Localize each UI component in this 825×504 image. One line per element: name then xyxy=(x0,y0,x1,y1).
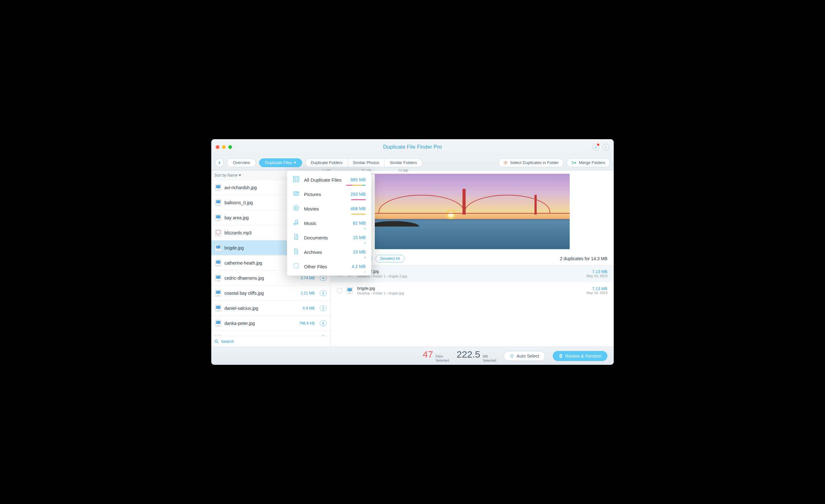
category-icon xyxy=(293,204,300,213)
file-size-label: 796.8 KB xyxy=(299,321,315,326)
dropdown-item[interactable]: Movies468 MB xyxy=(287,201,371,216)
tab-size-label: 73 MB xyxy=(398,169,408,172)
dropdown-size: 23 MB xyxy=(353,249,366,255)
duplicate-count-badge: 2 xyxy=(320,306,327,311)
file-row[interactable]: different places.jpg3.54 MB2 xyxy=(211,331,330,336)
duplicate-name: brigde.jpg xyxy=(357,286,582,290)
footer-auto-select-button[interactable]: Auto Select xyxy=(504,351,545,361)
file-row[interactable]: daniel-salcius.jpg6.8 MB2 xyxy=(211,301,330,316)
dropdown-item[interactable]: Documents15 MB xyxy=(287,230,371,245)
svg-point-12 xyxy=(297,223,298,224)
overview-button[interactable]: Overview xyxy=(227,158,256,167)
content: Sort by Name avi-richardsh.jpgballoons_0… xyxy=(211,171,614,347)
file-row[interactable]: danka-peter.jpg796.8 KB6 xyxy=(211,316,330,331)
stat-number: 222.5 xyxy=(456,349,480,360)
svg-point-10 xyxy=(294,205,299,211)
select-duplicates-in-folder-button[interactable]: Select Duplicates in Folder xyxy=(499,158,564,167)
svg-point-1 xyxy=(505,162,506,163)
chevron-down-icon xyxy=(294,162,296,164)
stat-number: 47 xyxy=(423,349,433,360)
duplicate-row[interactable]: brigde.jpgDesktop › Folder 1 › brigde.jp… xyxy=(331,282,614,299)
dropdown-size: 885 MB xyxy=(351,177,366,182)
file-row[interactable]: coastal bay cliffs.jpg2.21 MB3 xyxy=(211,285,330,301)
dropdown-item[interactable]: Music82 MB xyxy=(287,216,371,230)
category-icon xyxy=(293,176,300,184)
trash-icon xyxy=(559,354,563,358)
duplicate-files-dropdown[interactable]: Duplicate Files xyxy=(259,158,302,167)
file-thumbnail xyxy=(215,260,221,266)
svg-rect-5 xyxy=(293,180,296,182)
stat-label: FilesSelected xyxy=(436,354,449,362)
review-remove-button[interactable]: Review & Remove xyxy=(553,351,607,361)
dropdown-label: All Duplicate Files xyxy=(304,177,346,183)
svg-rect-13 xyxy=(294,264,298,268)
minimize-window-button[interactable] xyxy=(222,145,226,149)
file-thumbnail xyxy=(215,229,221,236)
dropdown-label: Other Files xyxy=(304,264,348,269)
file-thumbnail xyxy=(215,184,221,191)
tab-similar-folders[interactable]: Similar Folders 73 MB xyxy=(384,158,422,167)
dropdown-label: Documents xyxy=(304,235,349,240)
search-input[interactable] xyxy=(221,339,327,344)
merge-icon xyxy=(571,161,576,165)
tab-label: Duplicate Folders xyxy=(311,160,343,165)
category-icon xyxy=(293,262,300,270)
duplicate-files-label: Duplicate Files xyxy=(265,160,292,165)
dropdown-label: Pictures xyxy=(304,192,346,197)
tab-duplicate-folders[interactable]: Duplicate Folders 5 MB xyxy=(305,158,348,167)
duplicate-date: May 16, 2019 xyxy=(586,274,607,278)
search-bar xyxy=(211,336,330,347)
svg-point-11 xyxy=(294,224,296,225)
file-thumbnail xyxy=(215,335,221,336)
file-thumbnail xyxy=(215,305,221,312)
target-icon xyxy=(503,161,508,165)
duplicate-size: 7.13 MB xyxy=(586,286,607,291)
dropdown-size: 293 MB xyxy=(351,192,366,197)
dropdown-size: 468 MB xyxy=(351,206,366,211)
duplicate-size: 7.13 MB xyxy=(586,269,607,274)
svg-rect-3 xyxy=(293,176,296,178)
tab-label: Similar Folders xyxy=(389,160,417,165)
files-selected-stat: 47 FilesSelected xyxy=(423,349,449,362)
maximize-window-button[interactable] xyxy=(228,145,232,149)
file-thumbnail xyxy=(215,199,221,206)
deselect-all-button[interactable]: Deselect All xyxy=(375,255,405,262)
info-icon[interactable]: i xyxy=(602,144,609,151)
file-thumbnail xyxy=(215,320,221,327)
tab-similar-photos[interactable]: Similar Photos 35 MB xyxy=(348,158,385,167)
duplicate-checkbox[interactable] xyxy=(337,288,342,293)
window-controls xyxy=(216,145,232,149)
svg-point-2 xyxy=(215,340,218,342)
radar-icon[interactable] xyxy=(592,144,599,151)
svg-point-8 xyxy=(295,193,297,195)
sort-label: Sort by Name xyxy=(214,173,237,177)
button-label: Auto Select xyxy=(517,353,539,358)
file-type-dropdown: All Duplicate Files885 MBPictures293 MBM… xyxy=(287,171,371,275)
duplicate-count-badge: 6 xyxy=(320,321,327,326)
duplicates-list: brigde-2.jpgDesktop › Folder 1 › brigde-… xyxy=(331,265,614,347)
back-button[interactable] xyxy=(215,158,224,167)
file-thumbnail xyxy=(215,244,221,251)
chevron-down-icon xyxy=(239,174,241,176)
duplicate-row[interactable]: brigde-2.jpgDesktop › Folder 1 › brigde-… xyxy=(331,265,614,282)
category-icon xyxy=(293,248,300,256)
main-panel: Auto Select Deselect All 2 duplicates fo… xyxy=(331,171,614,347)
file-size-label: 2.21 MB xyxy=(301,291,315,296)
category-icon xyxy=(293,234,300,242)
button-label: Merge Folders xyxy=(579,160,605,165)
dropdown-item[interactable]: Other Files4.2 MB xyxy=(287,259,371,274)
dropdown-item[interactable]: Pictures293 MB xyxy=(287,187,371,201)
dropdown-item[interactable]: Archives23 MB xyxy=(287,245,371,259)
dropdown-size: 15 MB xyxy=(353,235,366,240)
category-icon xyxy=(293,190,300,198)
file-name-label: catherine-heath.jpg xyxy=(224,260,296,265)
file-name-label: danka-peter.jpg xyxy=(224,321,296,326)
dropdown-size: 4.2 MB xyxy=(352,264,366,269)
merge-folders-button[interactable]: Merge Folders xyxy=(567,158,610,167)
button-label: Select Duplicates in Folder xyxy=(510,160,559,165)
file-name-label: coastal bay cliffs.jpg xyxy=(224,290,297,296)
dropdown-item[interactable]: All Duplicate Files885 MB xyxy=(287,172,371,187)
preview-area xyxy=(331,171,614,252)
close-window-button[interactable] xyxy=(216,145,219,149)
file-size-label: 6.8 MB xyxy=(303,306,315,311)
